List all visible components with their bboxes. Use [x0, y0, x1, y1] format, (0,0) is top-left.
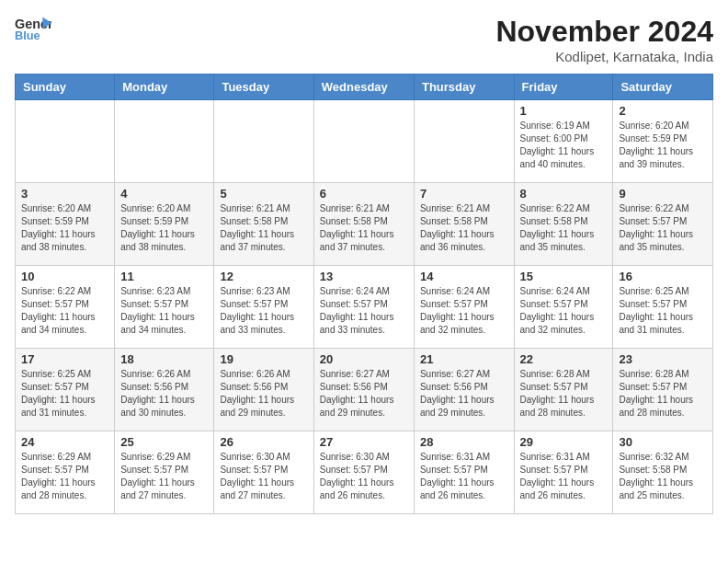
logo: General Blue	[15, 15, 51, 42]
weekday-monday: Monday	[115, 75, 214, 100]
day-number: 4	[120, 187, 208, 201]
calendar-cell: 25Sunrise: 6:29 AM Sunset: 5:57 PM Dayli…	[115, 431, 214, 514]
calendar-cell: 6Sunrise: 6:21 AM Sunset: 5:58 PM Daylig…	[313, 183, 414, 266]
day-number: 30	[619, 435, 707, 449]
day-info: Sunrise: 6:28 AM Sunset: 5:57 PM Dayligh…	[619, 368, 707, 419]
day-info: Sunrise: 6:20 AM Sunset: 5:59 PM Dayligh…	[120, 202, 208, 254]
day-number: 21	[420, 352, 508, 366]
calendar-week-4: 24Sunrise: 6:29 AM Sunset: 5:57 PM Dayli…	[16, 431, 713, 514]
calendar-cell: 10Sunrise: 6:22 AM Sunset: 5:57 PM Dayli…	[16, 266, 115, 349]
calendar-cell: 23Sunrise: 6:28 AM Sunset: 5:57 PM Dayli…	[613, 349, 713, 431]
calendar-cell: 29Sunrise: 6:31 AM Sunset: 5:57 PM Dayli…	[514, 431, 613, 514]
day-number: 3	[21, 187, 108, 201]
day-info: Sunrise: 6:23 AM Sunset: 5:57 PM Dayligh…	[220, 285, 307, 337]
weekday-header-row: SundayMondayTuesdayWednesdayThursdayFrid…	[16, 75, 713, 100]
calendar-cell: 22Sunrise: 6:28 AM Sunset: 5:57 PM Dayli…	[514, 349, 613, 431]
weekday-tuesday: Tuesday	[214, 75, 313, 100]
day-number: 16	[619, 270, 707, 283]
day-info: Sunrise: 6:31 AM Sunset: 5:57 PM Dayligh…	[420, 451, 508, 502]
day-info: Sunrise: 6:29 AM Sunset: 5:57 PM Dayligh…	[21, 451, 108, 502]
calendar-cell: 17Sunrise: 6:25 AM Sunset: 5:57 PM Dayli…	[16, 349, 115, 431]
calendar-cell: 28Sunrise: 6:31 AM Sunset: 5:57 PM Dayli…	[414, 431, 514, 514]
page-header: General Blue November 2024 Kodlipet, Kar…	[15, 15, 713, 64]
day-info: Sunrise: 6:22 AM Sunset: 5:57 PM Dayligh…	[21, 285, 108, 337]
day-info: Sunrise: 6:22 AM Sunset: 5:58 PM Dayligh…	[520, 202, 608, 254]
day-info: Sunrise: 6:32 AM Sunset: 5:58 PM Dayligh…	[619, 451, 707, 502]
day-number: 13	[320, 270, 408, 283]
day-number: 20	[320, 352, 408, 366]
day-number: 2	[619, 104, 707, 118]
calendar-cell: 19Sunrise: 6:26 AM Sunset: 5:56 PM Dayli…	[214, 349, 313, 431]
calendar-cell	[414, 100, 514, 183]
calendar-cell	[214, 100, 313, 183]
day-info: Sunrise: 6:21 AM Sunset: 5:58 PM Dayligh…	[420, 202, 508, 254]
day-info: Sunrise: 6:24 AM Sunset: 5:57 PM Dayligh…	[420, 285, 508, 337]
day-info: Sunrise: 6:19 AM Sunset: 6:00 PM Dayligh…	[520, 120, 608, 171]
calendar-table: SundayMondayTuesdayWednesdayThursdayFrid…	[15, 74, 713, 514]
day-number: 24	[21, 435, 108, 449]
day-number: 12	[220, 270, 307, 283]
calendar-cell: 21Sunrise: 6:27 AM Sunset: 5:56 PM Dayli…	[414, 349, 514, 431]
weekday-saturday: Saturday	[613, 75, 713, 100]
day-number: 8	[520, 187, 608, 201]
calendar-cell: 8Sunrise: 6:22 AM Sunset: 5:58 PM Daylig…	[514, 183, 613, 266]
day-number: 1	[520, 104, 608, 118]
day-number: 15	[520, 270, 608, 283]
calendar-cell: 11Sunrise: 6:23 AM Sunset: 5:57 PM Dayli…	[115, 266, 214, 349]
month-title: November 2024	[495, 15, 713, 49]
calendar-cell: 2Sunrise: 6:20 AM Sunset: 5:59 PM Daylig…	[613, 100, 713, 183]
day-info: Sunrise: 6:30 AM Sunset: 5:57 PM Dayligh…	[320, 451, 408, 502]
day-number: 27	[320, 435, 408, 449]
day-info: Sunrise: 6:28 AM Sunset: 5:57 PM Dayligh…	[520, 368, 608, 419]
calendar-cell: 5Sunrise: 6:21 AM Sunset: 5:58 PM Daylig…	[214, 183, 313, 266]
calendar-week-1: 3Sunrise: 6:20 AM Sunset: 5:59 PM Daylig…	[16, 183, 713, 266]
day-number: 10	[21, 270, 108, 283]
calendar-cell: 1Sunrise: 6:19 AM Sunset: 6:00 PM Daylig…	[514, 100, 613, 183]
calendar-cell	[16, 100, 115, 183]
day-number: 9	[619, 187, 707, 201]
day-number: 25	[120, 435, 208, 449]
day-info: Sunrise: 6:27 AM Sunset: 5:56 PM Dayligh…	[420, 368, 508, 419]
day-info: Sunrise: 6:20 AM Sunset: 5:59 PM Dayligh…	[21, 202, 108, 254]
logo-icon: General Blue	[15, 15, 51, 42]
weekday-thursday: Thursday	[414, 75, 514, 100]
weekday-wednesday: Wednesday	[313, 75, 414, 100]
calendar-cell: 4Sunrise: 6:20 AM Sunset: 5:59 PM Daylig…	[115, 183, 214, 266]
calendar-cell: 14Sunrise: 6:24 AM Sunset: 5:57 PM Dayli…	[414, 266, 514, 349]
day-info: Sunrise: 6:30 AM Sunset: 5:57 PM Dayligh…	[220, 451, 307, 502]
day-number: 23	[619, 352, 707, 366]
day-info: Sunrise: 6:23 AM Sunset: 5:57 PM Dayligh…	[120, 285, 208, 337]
weekday-sunday: Sunday	[16, 75, 115, 100]
day-number: 6	[320, 187, 408, 201]
day-number: 28	[420, 435, 508, 449]
day-number: 14	[420, 270, 508, 283]
calendar-cell: 16Sunrise: 6:25 AM Sunset: 5:57 PM Dayli…	[613, 266, 713, 349]
calendar-cell: 7Sunrise: 6:21 AM Sunset: 5:58 PM Daylig…	[414, 183, 514, 266]
calendar-cell: 9Sunrise: 6:22 AM Sunset: 5:57 PM Daylig…	[613, 183, 713, 266]
day-info: Sunrise: 6:24 AM Sunset: 5:57 PM Dayligh…	[520, 285, 608, 337]
calendar-cell: 3Sunrise: 6:20 AM Sunset: 5:59 PM Daylig…	[16, 183, 115, 266]
calendar-header: SundayMondayTuesdayWednesdayThursdayFrid…	[16, 75, 713, 100]
day-number: 11	[120, 270, 208, 283]
day-info: Sunrise: 6:31 AM Sunset: 5:57 PM Dayligh…	[520, 451, 608, 502]
weekday-friday: Friday	[514, 75, 613, 100]
svg-text:Blue: Blue	[15, 29, 40, 42]
day-number: 5	[220, 187, 307, 201]
day-number: 17	[21, 352, 108, 366]
calendar-cell	[115, 100, 214, 183]
calendar-cell: 27Sunrise: 6:30 AM Sunset: 5:57 PM Dayli…	[313, 431, 414, 514]
calendar-cell: 18Sunrise: 6:26 AM Sunset: 5:56 PM Dayli…	[115, 349, 214, 431]
day-number: 22	[520, 352, 608, 366]
day-info: Sunrise: 6:21 AM Sunset: 5:58 PM Dayligh…	[220, 202, 307, 254]
day-info: Sunrise: 6:29 AM Sunset: 5:57 PM Dayligh…	[120, 451, 208, 502]
day-number: 29	[520, 435, 608, 449]
day-info: Sunrise: 6:20 AM Sunset: 5:59 PM Dayligh…	[619, 120, 707, 171]
day-info: Sunrise: 6:25 AM Sunset: 5:57 PM Dayligh…	[21, 368, 108, 419]
calendar-cell: 13Sunrise: 6:24 AM Sunset: 5:57 PM Dayli…	[313, 266, 414, 349]
day-number: 7	[420, 187, 508, 201]
day-info: Sunrise: 6:26 AM Sunset: 5:56 PM Dayligh…	[220, 368, 307, 419]
calendar-week-2: 10Sunrise: 6:22 AM Sunset: 5:57 PM Dayli…	[16, 266, 713, 349]
calendar-body: 1Sunrise: 6:19 AM Sunset: 6:00 PM Daylig…	[16, 100, 713, 514]
calendar-cell: 15Sunrise: 6:24 AM Sunset: 5:57 PM Dayli…	[514, 266, 613, 349]
calendar-cell: 12Sunrise: 6:23 AM Sunset: 5:57 PM Dayli…	[214, 266, 313, 349]
